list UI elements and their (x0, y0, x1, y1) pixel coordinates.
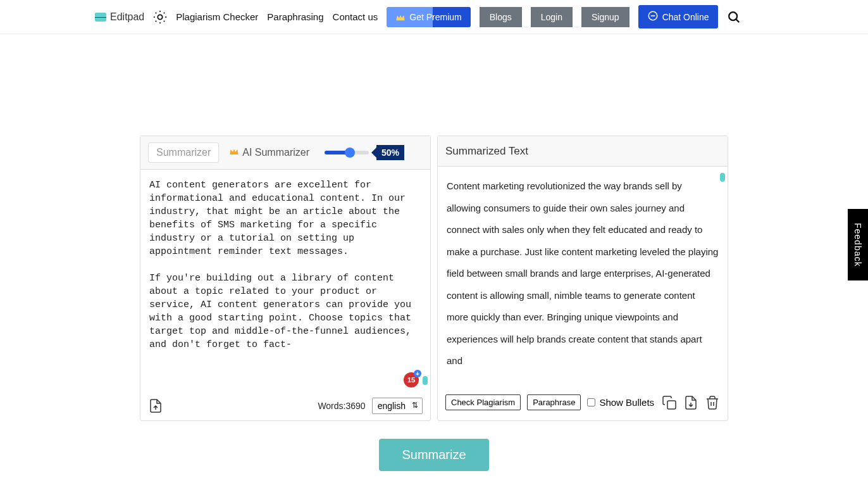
summary-length-slider[interactable]: 50% (325, 145, 404, 160)
download-icon[interactable] (683, 395, 698, 410)
show-bullets-checkbox[interactable] (587, 398, 595, 406)
chat-online-button[interactable]: Chat Online (638, 5, 718, 28)
nav-plagiarism-checker[interactable]: Plagiarism Checker (176, 11, 258, 22)
svg-line-14 (736, 19, 739, 22)
summarized-text-title: Summarized Text (445, 145, 528, 158)
tab-summarizer[interactable]: Summarizer (148, 142, 219, 163)
svg-line-4 (164, 20, 164, 21)
svg-point-11 (652, 15, 654, 16)
output-panel-footer: Check Plagiarism Paraphrase Show Bullets (438, 388, 728, 417)
output-panel-header: Summarized Text (438, 136, 728, 167)
word-count: Words:3690 (318, 401, 365, 411)
slider-thumb[interactable] (345, 148, 355, 158)
input-panel: Summarizer AI Summarizer 50% AI content … (140, 135, 431, 421)
svg-point-0 (158, 15, 163, 19)
slider-track[interactable] (325, 151, 369, 154)
svg-line-7 (156, 20, 156, 21)
signup-button[interactable]: Signup (581, 7, 629, 27)
svg-line-8 (164, 12, 164, 13)
logo-icon (95, 13, 106, 22)
feedback-tab[interactable]: Feedback (848, 209, 868, 280)
paraphrase-button[interactable]: Paraphrase (527, 394, 581, 410)
check-plagiarism-button[interactable]: Check Plagiarism (445, 394, 521, 410)
crown-icon (229, 147, 239, 158)
nav-contact-us[interactable]: Contact us (333, 11, 378, 22)
crown-icon (395, 13, 406, 21)
theme-toggle-icon[interactable] (153, 10, 167, 24)
output-text-content: Content marketing revolutionized the way… (447, 175, 719, 372)
input-panel-footer: Words:3690 english (140, 391, 430, 420)
upload-file-icon[interactable] (148, 398, 163, 413)
chat-online-label: Chat Online (662, 12, 709, 22)
output-panel: Summarized Text Content marketing revolu… (437, 135, 728, 421)
get-premium-button[interactable]: Get Premium (387, 7, 470, 27)
blogs-button[interactable]: Blogs (480, 7, 522, 27)
slider-value-badge: 50% (376, 145, 404, 160)
tab-ai-summarizer[interactable]: AI Summarizer (229, 147, 309, 158)
delete-icon[interactable] (705, 395, 720, 410)
get-premium-label: Get Premium (409, 12, 461, 22)
summarize-button[interactable]: Summarize (379, 439, 488, 471)
tab-ai-summarizer-label: AI Summarizer (242, 147, 309, 158)
svg-rect-15 (667, 401, 676, 409)
input-panel-header: Summarizer AI Summarizer 50% (140, 136, 430, 170)
scroll-indicator-icon[interactable] (423, 376, 428, 385)
header-left: Editpad Plagiarism Checker Paraphrasing … (95, 5, 741, 28)
nav-paraphrasing[interactable]: Paraphrasing (267, 11, 323, 22)
output-text-area: Content marketing revolutionized the way… (438, 167, 728, 388)
search-icon[interactable] (727, 10, 741, 24)
input-text-content[interactable]: AI content generators are excellent for … (149, 179, 421, 351)
svg-line-3 (156, 12, 156, 13)
language-select[interactable]: english (372, 398, 423, 414)
scroll-indicator-icon[interactable] (720, 173, 725, 182)
svg-point-12 (654, 15, 655, 16)
svg-point-10 (650, 15, 652, 16)
logo-link[interactable]: Editpad (95, 11, 144, 23)
svg-point-13 (729, 12, 737, 20)
word-count-value: 3690 (345, 401, 365, 411)
top-header: Editpad Plagiarism Checker Paraphrasing … (0, 0, 868, 34)
logo-text: Editpad (110, 11, 144, 23)
suggestions-badge[interactable]: 15 (404, 372, 419, 387)
copy-icon[interactable] (662, 395, 677, 410)
show-bullets-toggle[interactable]: Show Bullets (587, 397, 654, 408)
chat-icon (647, 10, 659, 23)
word-count-label: Words: (318, 401, 345, 411)
input-text-area[interactable]: AI content generators are excellent for … (140, 170, 430, 391)
show-bullets-label: Show Bullets (599, 397, 654, 408)
login-button[interactable]: Login (531, 7, 573, 27)
main-content: Summarizer AI Summarizer 50% AI content … (0, 34, 868, 421)
